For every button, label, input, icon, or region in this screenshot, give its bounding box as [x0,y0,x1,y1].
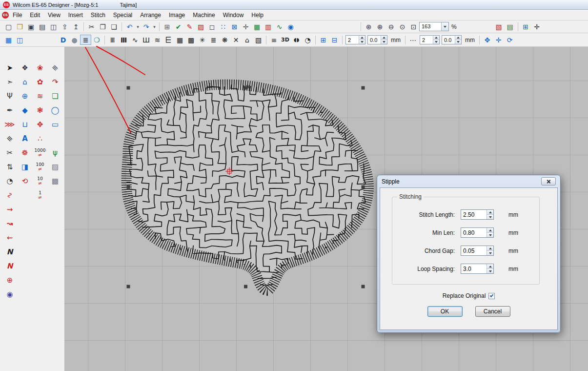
curve-green-icon[interactable]: ∿ [274,21,285,32]
menu-stitch[interactable]: Stitch [87,10,109,20]
stitch-length-100-icon[interactable]: 100⇄ [33,161,47,173]
spin-up-icon[interactable] [487,210,493,214]
ellipse-tool-icon[interactable]: ◯ [48,104,62,117]
wye-icon[interactable]: ψ [48,146,62,159]
spacing-size-spin[interactable]: 0.0 [442,35,462,44]
spin-down-icon[interactable] [455,40,461,44]
pattern-a-icon[interactable]: ⊞ [318,35,329,45]
pattern-b-icon[interactable]: ⊟ [329,35,340,45]
globe-tool-icon[interactable]: ⊕ [18,90,32,103]
pen-tool-icon[interactable]: ✒ [3,104,17,117]
fancy-fill-icon[interactable]: ❋ [219,35,230,45]
3d-effect-icon[interactable]: 3D [280,35,291,45]
spacing-icon[interactable]: ⋯ [407,35,419,45]
film-icon[interactable]: ▥ [263,21,274,32]
quarter-circle-icon[interactable]: ◔ [3,175,17,187]
stipple-closed-icon[interactable]: ❍ [91,35,102,45]
branching-tool-icon[interactable]: Ψ [3,90,17,103]
menu-view[interactable]: View [44,10,64,20]
slant-lines-icon[interactable]: ≡ [46,59,64,77]
title-bar[interactable]: ES Wilcom ES-65 Designer - [Mozg-5:1 Taj… [0,0,588,10]
undo-dropdown-icon[interactable]: ▾ [135,21,141,32]
photo-flash-icon[interactable]: ▧ [253,35,264,45]
open-icon[interactable]: ❒ [14,21,25,32]
spin-up-icon[interactable] [487,228,493,232]
spacing-count-spin[interactable]: 2 [420,35,440,44]
petals-icon[interactable]: ✿ [33,76,47,88]
spin-down-icon[interactable] [359,40,365,44]
zigzag-vertical-icon[interactable]: ∿ [3,188,16,202]
outline-white-icon[interactable]: ◻ [206,21,218,32]
zoom-box-icon[interactable]: ⊡ [408,21,419,32]
program-split-icon[interactable]: ▩ [185,35,197,45]
zigzag-n-icon[interactable]: N [3,246,17,258]
grid-size-spin-value[interactable]: 0.0 [368,36,381,44]
menu-special[interactable]: Special [109,10,136,20]
hatch-red-icon[interactable]: ▨ [195,21,206,32]
reshape-tool-icon[interactable]: ❖ [18,62,32,74]
arc-tool-icon[interactable]: ↷ [48,76,62,88]
spin-down-icon[interactable] [433,40,439,44]
stitch-length-value[interactable] [461,210,487,219]
branch-ok-icon[interactable]: ✔ [173,21,184,32]
run-tool-icon[interactable]: ↝ [3,217,17,230]
zoom-level-combo[interactable]: 163 [419,22,449,31]
zoom-out-icon[interactable]: ⊖ [385,21,397,32]
loop-spacing-value[interactable] [461,264,487,273]
new-icon[interactable]: ▢ [3,21,14,32]
target-red-icon[interactable]: ⊕ [3,274,17,287]
dropdown-arrow-icon[interactable] [441,22,448,31]
duplicate-icon[interactable]: ❏ [48,90,62,103]
zigzag-stitch-icon[interactable]: ≋ [152,35,163,45]
digitize-dome-icon[interactable]: ⌂ [18,76,32,88]
dot-fill-icon[interactable]: ∷ [218,21,229,32]
undo-icon[interactable]: ↶ [124,21,135,32]
print-preview-icon[interactable]: ◫ [48,21,59,32]
insert-design-icon[interactable]: ⊞ [162,21,173,32]
menu-arrange[interactable]: Arrange [136,10,165,20]
selection-handle[interactable] [127,285,130,289]
freehand-select-icon[interactable]: ➣ [3,76,17,88]
round-blue-icon[interactable]: ◉ [285,21,296,32]
zoom-factor-icon[interactable]: ⊛ [363,21,374,32]
stitch-length-1000-icon[interactable]: 1000⇄ [33,146,47,159]
show-guides-icon[interactable]: ◫ [14,35,25,45]
grid-size-spin[interactable]: 0.0 [367,35,387,44]
stack-icon[interactable]: ⊔ [18,118,32,131]
fern-icon[interactable]: ❃ [33,104,47,117]
cross-stitch-icon[interactable]: ✕ [230,35,242,45]
spin-down-icon[interactable] [487,232,493,237]
motif-run-icon[interactable]: ∿ [129,35,141,45]
florentine-effect-icon[interactable]: ❀ [33,62,47,74]
menu-window[interactable]: Window [219,10,248,20]
document-icon[interactable]: ES [2,12,9,19]
ok-button[interactable]: OK [427,306,463,317]
moves-icon[interactable]: ✥ [33,118,47,131]
stipple-run-icon[interactable]: ≣ [80,35,91,45]
stump-icon[interactable]: ◔ [302,35,313,45]
stitch-length-1-icon[interactable]: 1⇄ [33,189,47,202]
design-object[interactable] [122,81,369,290]
spin-down-icon[interactable] [487,250,493,255]
contour-fill-icon[interactable]: ≣ [208,35,219,45]
close-button[interactable] [541,177,556,186]
loop-spacing-input[interactable] [461,264,494,274]
spin-down-icon[interactable] [487,214,493,219]
cancel-button[interactable]: Cancel [475,306,510,317]
run-stitch-icon[interactable]: Ⅲ [107,35,118,45]
stipple-dialog[interactable]: Stipple Stitching Stitch Length: mm Min … [377,175,561,333]
hatch-lines-icon[interactable]: ≡ [0,129,19,148]
min-len-value[interactable] [461,228,487,237]
selection-handle[interactable] [127,86,130,90]
scissors-icon[interactable]: ✂ [3,146,17,159]
spacing-size-spin-value[interactable]: 0.0 [442,36,455,44]
menu-file[interactable]: File [9,10,26,20]
grid-count-spin-value[interactable]: 2 [346,36,359,44]
loop-dots-icon[interactable]: ⟲ [18,175,32,187]
select-tool-icon[interactable]: ➤ [3,62,17,74]
stitch-length-input[interactable] [461,209,494,220]
print-icon[interactable]: ▤ [37,21,48,32]
overview-window-icon[interactable]: ⊞ [520,21,531,32]
chord-gap-value[interactable] [461,246,487,255]
swap-vertical-icon[interactable]: ⇅ [3,161,17,173]
